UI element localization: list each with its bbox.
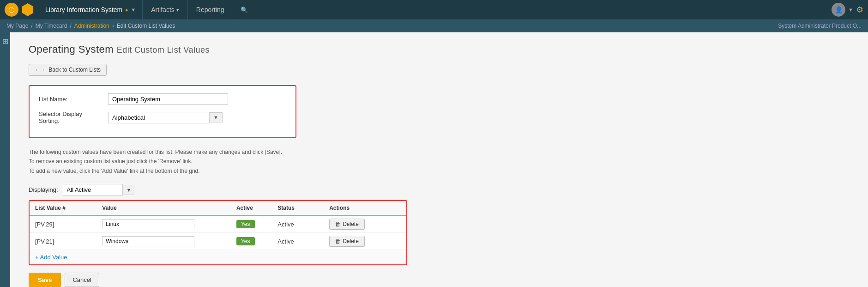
breadcrumb-right-info: System Administrator Product O... [778, 23, 862, 29]
logo-hex-icon [21, 3, 34, 16]
settings-icon[interactable]: ⚙ [856, 5, 863, 15]
breadcrumb-sep2: / [70, 23, 71, 29]
artifacts-arrow-icon: ▾ [176, 7, 179, 13]
table-wrapper: List Value # Value Active Status Actions… [29, 200, 407, 265]
app-dropdown-icon[interactable]: ▼ [131, 7, 136, 12]
breadcrumb-sep1: / [31, 23, 32, 29]
cell-status-pv21: Active [272, 233, 324, 250]
search-icon: 🔍 [241, 6, 248, 13]
top-navigation: ⬡ Library Information System ● ▼ Artifac… [0, 0, 868, 19]
list-name-input[interactable] [108, 93, 228, 105]
active-badge-pv21[interactable]: Yes [236, 237, 255, 245]
action-buttons: Save Cancel [29, 273, 850, 287]
delete-button-pv21[interactable]: 🗑 Delete [329, 236, 365, 247]
page-heading: Operating System Edit Custom List Values [29, 43, 850, 55]
cell-value-pv21 [96, 233, 231, 250]
breadcrumb-sep3: › [112, 23, 114, 29]
custom-values-table: List Value # Value Active Status Actions… [30, 201, 406, 250]
breadcrumb-my-timecard[interactable]: My Timecard [36, 23, 67, 29]
cell-active-pv29: Yes [231, 215, 272, 233]
sidebar-toggle[interactable]: ⊞ [0, 32, 10, 287]
main-content: Operating System Edit Custom List Values… [10, 32, 868, 287]
page-title: Operating System [29, 43, 114, 55]
avatar-dropdown-icon[interactable]: ▼ [848, 7, 853, 12]
nav-artifacts[interactable]: Artifacts ▾ [143, 0, 188, 19]
cell-active-pv21: Yes [231, 233, 272, 250]
cell-actions-pv29: 🗑 Delete [324, 215, 406, 233]
table-row: [PV.29] Yes Active 🗑 Delete [30, 215, 406, 233]
save-button[interactable]: Save [29, 273, 61, 287]
selector-display-row: Selector DisplaySorting: Alphabetical Ma… [39, 110, 286, 124]
nav-right-area: 👤 ▼ ⚙ [832, 3, 863, 17]
app-indicator: ● [125, 7, 128, 12]
sidebar-toggle-icon[interactable]: ⊞ [2, 37, 8, 46]
table-row: [PV.21] Yes Active 🗑 Delete [30, 233, 406, 250]
list-name-row: List Name: [39, 93, 286, 105]
form-section: List Name: Selector DisplaySorting: Alph… [29, 85, 296, 138]
cell-status-pv29: Active [272, 215, 324, 233]
logo-circle-icon: ⬡ [5, 3, 18, 17]
logo[interactable]: ⬡ [5, 3, 34, 17]
cell-list-value-pv21: [PV.21] [30, 233, 96, 250]
description-text: The following custom values have been cr… [29, 147, 352, 176]
col-header-list-value: List Value # [30, 201, 96, 215]
selector-display-arrow-icon[interactable]: ▼ [210, 112, 223, 122]
table-header: List Value # Value Active Status Actions [30, 201, 406, 215]
col-header-status: Status [272, 201, 324, 215]
back-arrow-icon: ← [35, 67, 40, 73]
app-name[interactable]: Library Information System ● ▼ [39, 0, 143, 19]
add-value-link[interactable]: + Add Value [35, 254, 67, 261]
breadcrumb-edit-custom-list: Edit Custom List Values [117, 23, 175, 29]
value-input-pv29[interactable] [102, 219, 194, 229]
displaying-row: Displaying: All Active All Inactive All … [29, 184, 850, 195]
table-body: [PV.29] Yes Active 🗑 Delete [30, 215, 406, 250]
trash-icon-2: 🗑 [335, 238, 341, 244]
list-name-label: List Name: [39, 96, 103, 103]
back-to-custom-lists-button[interactable]: ← ← Back to Custom Lists [29, 64, 107, 76]
cancel-button[interactable]: Cancel [65, 273, 99, 287]
nav-reporting[interactable]: Reporting [188, 0, 233, 19]
value-input-pv21[interactable] [102, 236, 194, 246]
selector-display-select-wrapper: Alphabetical Manual By ID ▼ [108, 112, 223, 123]
displaying-select[interactable]: All Active All Inactive All [63, 184, 123, 195]
displaying-arrow-icon[interactable]: ▼ [123, 185, 136, 195]
active-badge-pv29[interactable]: Yes [236, 220, 255, 228]
breadcrumb: My Page / My Timecard / Administration ›… [0, 19, 868, 32]
cell-actions-pv21: 🗑 Delete [324, 233, 406, 250]
breadcrumb-administration[interactable]: Administration [74, 23, 109, 29]
breadcrumb-my-page[interactable]: My Page [6, 23, 28, 29]
selector-display-label: Selector DisplaySorting: [39, 110, 103, 124]
displaying-select-wrapper: All Active All Inactive All ▼ [63, 184, 136, 195]
avatar[interactable]: 👤 [832, 3, 845, 17]
selector-display-select[interactable]: Alphabetical Manual By ID [108, 112, 210, 123]
page-subtitle: Edit Custom List Values [117, 45, 210, 55]
main-layout: ⊞ Operating System Edit Custom List Valu… [0, 32, 868, 287]
displaying-label: Displaying: [29, 186, 58, 193]
cell-list-value-pv29: [PV.29] [30, 215, 96, 233]
search-button[interactable]: 🔍 [233, 0, 255, 19]
col-header-actions: Actions [324, 201, 406, 215]
trash-icon: 🗑 [335, 221, 341, 227]
col-header-active: Active [231, 201, 272, 215]
cell-value-pv29 [96, 215, 231, 233]
col-header-value: Value [96, 201, 231, 215]
delete-button-pv29[interactable]: 🗑 Delete [329, 219, 365, 230]
add-value-row: + Add Value [30, 250, 406, 264]
